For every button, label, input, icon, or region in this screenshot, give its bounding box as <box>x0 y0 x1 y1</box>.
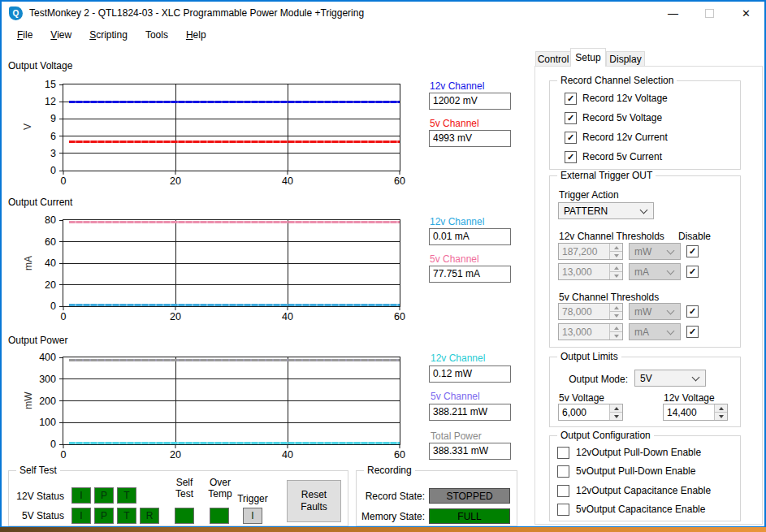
output-voltage-plot: 036912150204060 <box>63 84 400 171</box>
app-window: Q TestMonkey 2 - QTL1824-03 - XLC Progra… <box>0 0 766 527</box>
series-line-12v-channel <box>69 442 400 444</box>
record-5v-current-checkbox[interactable]: ✓ <box>565 151 577 163</box>
12v-status-indicator-p: P <box>94 487 114 504</box>
record-channel-selection-label: Record Channel Selection <box>557 75 677 86</box>
y-tick-label: 100 <box>39 417 56 428</box>
output-mode-dropdown[interactable]: 5V <box>634 370 706 387</box>
threshold-5v-current-spinner: 13,000 <box>558 323 623 340</box>
spinner-buttons[interactable] <box>714 404 727 420</box>
recording-group: Recording Record State: STOPPED Memory S… <box>356 470 517 526</box>
spin-up-icon <box>614 306 619 309</box>
menu-help[interactable]: Help <box>177 26 215 44</box>
threshold-12v-power-unit-dropdown: mW <box>629 243 681 260</box>
power-5v-channel-label: 5v Channel <box>431 391 480 402</box>
app-icon-letter: Q <box>13 9 19 18</box>
5v-status-indicator-t: T <box>117 508 136 524</box>
5v-status-indicator-i: I <box>71 508 91 524</box>
gridline <box>63 422 400 423</box>
disable-column-label: Disable <box>678 231 711 242</box>
spinner-buttons <box>609 324 622 340</box>
spin-up-icon <box>614 327 619 330</box>
y-axis-label-power: mW <box>23 391 34 409</box>
threshold-5v-power-disable-checkbox[interactable]: ✓ <box>686 305 699 318</box>
y-tick-mark <box>59 241 63 242</box>
title-bar: Q TestMonkey 2 - QTL1824-03 - XLC Progra… <box>2 2 764 24</box>
record-5v-current-label: Record 5v Current <box>582 151 662 162</box>
minimize-icon: — <box>668 7 678 19</box>
menu-bar: File View Scripting Tools Help <box>2 24 764 45</box>
12v-status-indicator-i: I <box>71 487 91 504</box>
minimize-button[interactable]: — <box>655 2 691 24</box>
recording-group-label: Recording <box>364 465 415 476</box>
spin-down-icon <box>614 314 619 318</box>
spin-up-icon <box>614 266 619 270</box>
5v-pull-down-checkbox[interactable] <box>557 465 569 478</box>
y-tick-label: 15 <box>45 79 56 90</box>
gridline <box>63 241 400 242</box>
12v-capacitance-checkbox[interactable] <box>557 485 569 497</box>
x-tick-label: 60 <box>394 311 405 322</box>
external-trigger-group-label: External Trigger OUT <box>557 170 656 181</box>
x-tick-label: 0 <box>61 449 67 461</box>
x-tick-mark <box>288 306 288 310</box>
y-tick-mark <box>59 102 63 102</box>
threshold-5v-current-disable-checkbox[interactable]: ✓ <box>686 326 699 338</box>
y-axis-label-voltage: V <box>22 123 33 130</box>
threshold-5v-power-spinner: 78,000 <box>558 303 623 320</box>
record-5v-voltage-checkbox[interactable]: ✓ <box>565 112 577 124</box>
reset-faults-button[interactable]: Reset Faults <box>287 480 341 522</box>
record-12v-current-checkbox[interactable]: ✓ <box>565 132 577 144</box>
self-test-group-label: Self Test <box>16 465 60 476</box>
chart-title-output-power: Output Power <box>8 335 67 346</box>
y-tick-mark <box>59 378 63 379</box>
threshold-12v-current-disable-checkbox[interactable]: ✓ <box>686 266 699 278</box>
tab-setup[interactable]: Setup <box>570 48 606 67</box>
spinner-buttons <box>609 264 622 279</box>
total-power-value: 388.331 mW <box>429 443 511 460</box>
y-tick-label: 12 <box>45 96 56 107</box>
threshold-12v-power-spinner: 187,200 <box>558 243 623 260</box>
tab-control[interactable]: Control <box>535 51 571 67</box>
series-line-5v-channel <box>69 141 400 143</box>
output-limits-group-label: Output Limits <box>557 351 621 362</box>
x-tick-label: 40 <box>282 311 293 322</box>
close-button[interactable]: ✕ <box>728 2 764 24</box>
output-configuration-group: Output Configuration 12vOutput Pull-Down… <box>549 435 741 521</box>
chevron-down-icon <box>667 266 675 275</box>
spinner-buttons <box>609 304 622 319</box>
maximize-icon <box>705 9 714 18</box>
record-12v-voltage-label: Record 12v Voltage <box>582 93 668 104</box>
x-tick-label: 0 <box>61 311 67 322</box>
threshold-12v-power-disable-checkbox[interactable]: ✓ <box>686 245 699 257</box>
spinner-buttons[interactable] <box>609 404 622 420</box>
x-tick-mark <box>400 171 400 175</box>
output-power-plot: 01002003004000204060 <box>63 357 400 445</box>
x-tick-label: 20 <box>170 311 181 322</box>
trigger-action-dropdown[interactable]: PATTERN <box>558 202 654 219</box>
voltage-12v-channel-label: 12v Channel <box>430 80 484 92</box>
spin-up-icon <box>614 246 619 249</box>
gridline <box>63 378 400 379</box>
menu-view[interactable]: View <box>41 26 80 44</box>
menu-scripting[interactable]: Scripting <box>80 26 136 44</box>
tab-display[interactable]: Display <box>606 51 645 67</box>
12v-pull-down-checkbox[interactable] <box>557 447 569 459</box>
chart-title-output-voltage: Output Voltage <box>8 60 72 71</box>
total-power-label: Total Power <box>431 430 482 442</box>
y-tick-mark <box>59 153 63 154</box>
x-tick-mark <box>400 306 400 310</box>
x-tick-label: 60 <box>394 175 405 187</box>
record-12v-voltage-checkbox[interactable]: ✓ <box>565 93 577 105</box>
power-12v-channel-label: 12v Channel <box>431 353 485 364</box>
app-icon: Q <box>9 6 23 20</box>
y-tick-mark <box>59 400 63 401</box>
output-limits-group: Output Limits Output Mode: 5V 5v Voltage… <box>549 357 741 427</box>
menu-file[interactable]: File <box>8 26 41 44</box>
over-temp-indicator <box>210 508 229 524</box>
threshold-12v-current-spinner: 13,000 <box>558 263 623 280</box>
12v-voltage-spinner[interactable]: 14,400 <box>663 404 728 421</box>
x-tick-label: 60 <box>394 449 405 461</box>
menu-tools[interactable]: Tools <box>136 26 177 44</box>
5v-voltage-spinner[interactable]: 6,000 <box>558 404 623 421</box>
5v-capacitance-checkbox[interactable] <box>557 504 569 516</box>
